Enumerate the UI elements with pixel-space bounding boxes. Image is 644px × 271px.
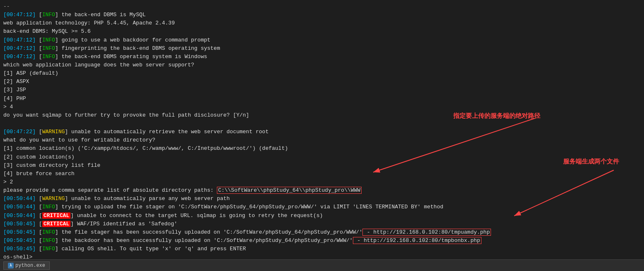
log-line: [00:50:45] [INFO] calling OS shell. To q… [3, 245, 641, 253]
critical-line-2: [00:50:45] [CRITICAL] WAF/IPS identified… [3, 220, 641, 228]
directory-input-line: please provide a comma separate list of … [3, 186, 641, 195]
log-line: [00:47:22] [WARNING] unable to automatic… [3, 128, 641, 136]
log-line: [00:47:12] [INFO] going to use a web bac… [3, 36, 641, 44]
critical-badge: CRITICAL [42, 212, 70, 219]
log-line: [00:50:44] [INFO] trying to upload the f… [3, 203, 641, 211]
log-line: [00:47:12] [INFO] fingerprinting the bac… [3, 44, 641, 53]
log-line: [1] ASP (default) [3, 69, 641, 78]
stager-upload-line: [00:50:45] [INFO] the file stager has be… [3, 228, 641, 237]
log-line: [2] ASPX [3, 78, 641, 86]
log-line: [00:47:12] [INFO] the back-end DBMS is M… [3, 11, 641, 19]
log-line: [4] brute force search [3, 170, 641, 178]
os-shell-prompt: os-shell> [3, 253, 641, 259]
log-line: [4] PHP [3, 95, 641, 103]
critical-badge-2: CRITICAL [42, 221, 70, 227]
prompt-line: > 4 [3, 103, 641, 111]
terminal: -- [00:47:12] [INFO] the back-end DBMS i… [0, 0, 644, 259]
log-line: web application technology: PHP 5.4.45, … [3, 19, 641, 27]
log-line [3, 120, 641, 128]
critical-line: [00:50:44] [CRITICAL] unable to connect … [3, 212, 641, 220]
line-separator: -- [3, 2, 641, 11]
python-icon: λ [8, 263, 14, 269]
log-line: do you want sqlmap to further try to pro… [3, 111, 641, 120]
log-line: back-end DBMS: MySQL >= 5.6 [3, 27, 641, 36]
log-line: [2] custom location(s) [3, 153, 641, 161]
backdoor-upload-line: [00:50:45] [INFO] the backdoor has been … [3, 237, 641, 245]
log-line: which web application language does the … [3, 61, 641, 69]
log-line: [3] JSP [3, 86, 641, 94]
log-line: [3] custom directory list file [3, 161, 641, 170]
log-line: [1] common location(s) ('C:/xampp/htdocs… [3, 144, 641, 153]
taskbar-label: python.exe [15, 263, 45, 269]
taskbar: λ python.exe [0, 259, 644, 271]
taskbar-python[interactable]: λ python.exe [3, 261, 50, 270]
log-line: what do you want to use for writable dir… [3, 136, 641, 144]
log-line: [00:50:44] [WARNING] unable to automatic… [3, 195, 641, 203]
log-line: [00:47:12] [INFO] the back-end DBMS oper… [3, 53, 641, 61]
prompt-line: > 2 [3, 178, 641, 186]
